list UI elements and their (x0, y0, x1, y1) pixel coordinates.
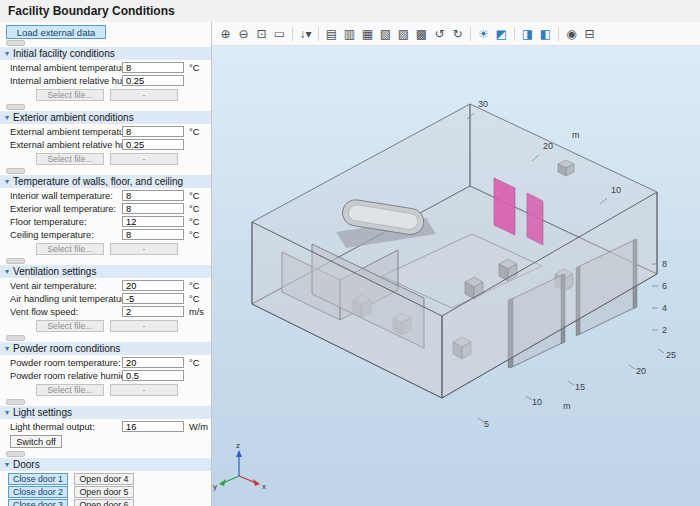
select-file-button[interactable]: Select file... (36, 153, 104, 165)
zoom-in-icon[interactable]: ⊕ (217, 25, 234, 42)
exterior-wall-temperature-input[interactable] (122, 203, 184, 214)
model-canvas[interactable]: 30 20 m 10 8 6 4 2 25 20 15 10 m 5 z (212, 46, 700, 506)
file-path-field[interactable]: - (110, 89, 178, 101)
z-axis-label: 2 (662, 325, 667, 335)
switch-off-button[interactable]: Switch off (10, 435, 62, 448)
select-file-button[interactable]: Select file... (36, 243, 104, 255)
file-path-field[interactable]: - (110, 243, 178, 255)
field-label: Air handling unit temperature: (10, 294, 122, 304)
collapse-triangle-icon: ▾ (5, 50, 9, 58)
field-label: Powder room relative humidity: (10, 371, 122, 381)
section-title: Ventilation settings (13, 266, 96, 277)
unit-label: °C (189, 358, 199, 368)
close-door-2-button[interactable]: Close door 2 (8, 486, 68, 498)
graphics-area: ⊕ ⊖ ⊡ ▭ ↓▾ ▤ ▥ ▦ ▧ ▨ ▩ ↺ ↻ ☀ ◩ ◨ ◧ ◉ ⊟ (212, 22, 700, 506)
print-icon[interactable]: ⊟ (581, 25, 598, 42)
toolbar-separator (318, 27, 319, 41)
close-door-3-button[interactable]: Close door 3 (8, 499, 68, 506)
spacer-chip (6, 258, 25, 264)
vent-air-temperature-input[interactable] (122, 280, 184, 291)
spacer-chip (6, 335, 25, 341)
open-door-4-button[interactable]: Open door 4 (74, 473, 134, 485)
section-header[interactable]: ▾ Ventilation settings (0, 265, 211, 278)
zoom-to-selection-icon[interactable]: ▭ (271, 25, 288, 42)
collapse-triangle-icon: ▾ (5, 114, 9, 122)
section-header[interactable]: ▾ Light settings (0, 406, 211, 419)
light-thermal-output-input[interactable] (122, 421, 184, 432)
section-header[interactable]: ▾ Powder room conditions (0, 342, 211, 355)
section-ventilation-settings: ▾ Ventilation settings Vent air temperat… (0, 258, 211, 334)
file-path-field[interactable]: - (110, 320, 178, 332)
z-axis-label: 4 (662, 303, 667, 313)
zoom-out-icon[interactable]: ⊖ (235, 25, 252, 42)
go-to-zy-view-icon[interactable]: ▩ (413, 25, 430, 42)
zoom-extents-icon[interactable]: ⊡ (253, 25, 270, 42)
internal-ambient-humidity-input[interactable] (122, 75, 184, 86)
door-buttons-grid: Close door 1 Open door 4 Close door 2 Op… (0, 471, 211, 506)
select-file-button[interactable]: Select file... (36, 320, 104, 332)
section-header[interactable]: ▾ Doors (0, 458, 211, 471)
rotate-clockwise-icon[interactable]: ↻ (449, 25, 466, 42)
spacer-chip (6, 451, 25, 457)
file-path-field[interactable]: - (110, 384, 178, 396)
x-axis-label: 25 (666, 350, 676, 360)
rotate-counterclockwise-icon[interactable]: ↺ (431, 25, 448, 42)
powder-room-temperature-input[interactable] (122, 357, 184, 368)
graphics-toolbar: ⊕ ⊖ ⊡ ▭ ↓▾ ▤ ▥ ▦ ▧ ▨ ▩ ↺ ↻ ☀ ◩ ◨ ◧ ◉ ⊟ (212, 22, 700, 46)
interior-wall-temperature-input[interactable] (122, 190, 184, 201)
ceiling-temperature-input[interactable] (122, 229, 184, 240)
toolbar-separator (558, 27, 559, 41)
select-file-button[interactable]: Select file... (36, 89, 104, 101)
go-to-xy-view-icon[interactable]: ▤ (323, 25, 340, 42)
go-to-yz-view-icon[interactable]: ▨ (395, 25, 412, 42)
floor-temperature-input[interactable] (122, 216, 184, 227)
powder-room-humidity-input[interactable] (122, 370, 184, 381)
open-door-6-button[interactable]: Open door 6 (74, 499, 134, 506)
section-powder-room-conditions: ▾ Powder room conditions Powder room tem… (0, 335, 211, 398)
go-to-zx-view-icon[interactable]: ▧ (377, 25, 394, 42)
section-header[interactable]: ▾ Exterior ambient conditions (0, 111, 211, 124)
section-title: Light settings (13, 407, 72, 418)
field-label: Vent flow speed: (10, 307, 122, 317)
x-axis-unit: m (563, 401, 571, 411)
z-axis-label: 6 (662, 281, 667, 291)
clipping-icon[interactable]: ◨ (519, 25, 536, 42)
collapse-triangle-icon: ▾ (5, 268, 9, 276)
open-door-5-button[interactable]: Open door 5 (74, 486, 134, 498)
z-axis-label: 8 (662, 259, 667, 269)
field-label: Powder room temperature: (10, 358, 122, 368)
field-label: Ceiling temperature: (10, 230, 122, 240)
x-axis-label: 5 (484, 419, 489, 429)
transparency-icon[interactable]: ◩ (493, 25, 510, 42)
go-to-xz-view-icon[interactable]: ▦ (359, 25, 376, 42)
file-row: Select file... - (0, 151, 211, 166)
file-row: Select file... - (0, 87, 211, 102)
section-title: Temperature of walls, floor, and ceiling (13, 176, 183, 187)
select-file-button[interactable]: Select file... (36, 384, 104, 396)
unit-label: °C (189, 191, 199, 201)
triad-x-label: x (262, 482, 266, 491)
field-row: Air handling unit temperature: °C (0, 292, 211, 305)
go-to-yx-view-icon[interactable]: ▥ (341, 25, 358, 42)
load-external-data-button[interactable]: Load external data (6, 25, 106, 39)
field-row: Light thermal output: W/m (0, 420, 211, 433)
close-door-1-button[interactable]: Close door 1 (8, 473, 68, 485)
collapse-triangle-icon: ▾ (5, 409, 9, 417)
vent-flow-speed-input[interactable] (122, 306, 184, 317)
field-row: Ceiling temperature: °C (0, 228, 211, 241)
go-to-view-dropdown-icon[interactable]: ↓▾ (297, 25, 314, 42)
air-handling-unit-temperature-input[interactable] (122, 293, 184, 304)
field-label: Light thermal output: (10, 422, 122, 432)
internal-ambient-temperature-input[interactable] (122, 62, 184, 73)
orthographic-projection-icon[interactable]: ◧ (537, 25, 554, 42)
image-snapshot-icon[interactable]: ◉ (563, 25, 580, 42)
pink-panel-2 (527, 193, 543, 245)
section-header[interactable]: ▾ Initial facility conditions (0, 47, 211, 60)
file-path-field[interactable]: - (110, 153, 178, 165)
external-ambient-temperature-input[interactable] (122, 126, 184, 137)
settings-panel: Load external data ▾ Initial facility co… (0, 22, 212, 506)
section-title: Initial facility conditions (13, 48, 115, 59)
scene-light-icon[interactable]: ☀ (475, 25, 492, 42)
section-header[interactable]: ▾ Temperature of walls, floor, and ceili… (0, 175, 211, 188)
external-ambient-humidity-input[interactable] (122, 139, 184, 150)
